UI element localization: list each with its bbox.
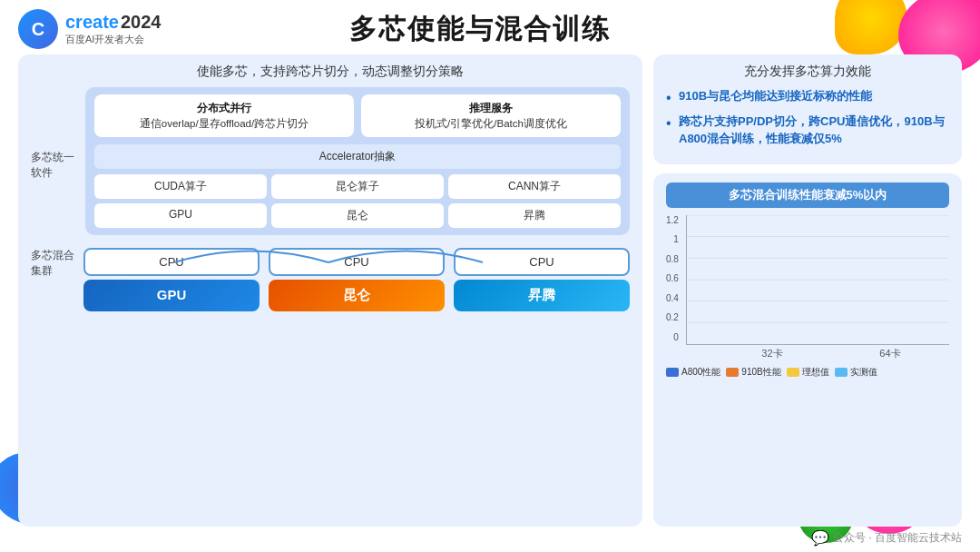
cluster-wrapper: 多芯混合集群 CPU CPU	[31, 248, 630, 311]
gpu-box-1: 昆仑	[269, 280, 445, 311]
left-panel-title: 使能多芯，支持跨芯片切分，动态调整切分策略	[31, 64, 630, 80]
compute-cell-0: CUDA算子	[94, 174, 267, 199]
logo-year: 2024	[121, 12, 162, 33]
inference-detail: 投机式/引擎优化/Batch调度优化	[370, 116, 612, 132]
x-label-64: 64卡	[879, 347, 900, 360]
logo-circle: C	[18, 9, 58, 49]
logo-text-area: create 2024 百度AI开发者大会	[65, 12, 161, 46]
legend-color-910b	[726, 368, 739, 377]
bullet-1-text: 跨芯片支持PP/DP切分，跨CPU通信优化，910B与A800混合训练，性能衰减…	[679, 114, 945, 146]
bars-wrapper: 32卡 64卡	[686, 215, 949, 360]
legend-ideal: 理想值	[787, 366, 829, 379]
bullet-0: 910B与昆仑均能达到接近标称的性能	[666, 87, 949, 105]
legend-actual: 实测值	[835, 366, 877, 379]
bullet-1: 跨芯片支持PP/DP切分，跨CPU通信优化，910B与A800混合训练，性能衰减…	[666, 113, 949, 148]
distributed-detail: 通信overlap/显存offload/跨芯片切分	[103, 116, 345, 132]
chart-section: 多芯混合训练性能衰减5%以内 1.2 1 0.8 0.6 0.4 0.2 0	[653, 173, 962, 527]
cpu-box-2: CPU	[454, 248, 630, 276]
legend-label-ideal: 理想值	[802, 366, 829, 379]
right-top-title: 充分发挥多芯算力效能	[666, 64, 949, 80]
accelerator-row: Accelerator抽象	[94, 144, 621, 169]
x-label-32: 32卡	[761, 347, 782, 360]
chart-container: 1.2 1 0.8 0.6 0.4 0.2 0	[666, 215, 949, 360]
watermark-text: 公众号 · 百度智能云技术站	[833, 530, 962, 546]
legend-a800: A800性能	[666, 366, 720, 379]
logo-letter: C	[32, 19, 44, 40]
right-panel: 充分发挥多芯算力效能 910B与昆仑均能达到接近标称的性能 跨芯片支持PP/DP…	[653, 54, 962, 527]
page-container: C create 2024 百度AI开发者大会 多芯使能与混合训练 使能多芯，支…	[0, 0, 980, 552]
compute-cell-1: 昆仑算子	[271, 174, 444, 199]
inference-box: 推理服务 投机式/引擎优化/Batch调度优化	[361, 94, 621, 137]
watermark: 💬 公众号 · 百度智能云技术站	[811, 529, 962, 547]
cpu-box-1: CPU	[269, 248, 445, 276]
software-sections: 多芯统一软件 分布式并行 通信overlap/显存offload/跨芯片切分 推…	[31, 87, 630, 242]
grid-svg	[687, 215, 949, 344]
bars-area	[686, 215, 949, 345]
main-content: 使能多芯，支持跨芯片切分，动态调整切分策略 多芯统一软件 分布式并行 通信ove…	[18, 54, 962, 527]
legend-color-a800	[666, 368, 679, 377]
bullet-0-text: 910B与昆仑均能达到接近标称的性能	[679, 89, 872, 103]
legend-color-actual	[835, 368, 848, 377]
distributed-box: 分布式并行 通信overlap/显存offload/跨芯片切分	[94, 94, 354, 137]
distributed-title: 分布式并行	[103, 100, 345, 116]
page-title: 多芯使能与混合训练	[161, 11, 799, 48]
wechat-icon: 💬	[811, 529, 829, 547]
x-axis: 32卡 64卡	[686, 347, 949, 360]
bullet-list: 910B与昆仑均能达到接近标称的性能 跨芯片支持PP/DP切分，跨CPU通信优化…	[666, 87, 949, 148]
gpu-box-2: 昇腾	[454, 280, 630, 311]
legend-color-ideal	[787, 368, 799, 377]
right-top: 充分发挥多芯算力效能 910B与昆仑均能达到接近标称的性能 跨芯片支持PP/DP…	[653, 54, 962, 164]
compute-cell-5: 昇腾	[448, 203, 621, 228]
chart-legend: A800性能 910B性能 理想值 实测值	[666, 366, 949, 379]
cluster-inner: CPU CPU CPU GPU 昆仑 昇腾	[83, 248, 630, 311]
compute-cell-4: 昆仑	[271, 203, 444, 228]
left-panel: 使能多芯，支持跨芯片切分，动态调整切分策略 多芯统一软件 分布式并行 通信ove…	[18, 54, 642, 527]
legend-label-910b: 910B性能	[741, 366, 780, 379]
cpu-box-0: CPU	[83, 248, 260, 276]
software-content: 分布式并行 通信overlap/显存offload/跨芯片切分 推理服务 投机式…	[85, 87, 630, 242]
header: C create 2024 百度AI开发者大会 多芯使能与混合训练	[18, 9, 962, 49]
inference-title: 推理服务	[370, 100, 612, 116]
y-axis: 1.2 1 0.8 0.6 0.4 0.2 0	[666, 215, 682, 360]
cpu-row: CPU CPU CPU	[83, 248, 630, 276]
compute-cell-2: CANN算子	[448, 174, 621, 199]
grid-lines	[687, 215, 949, 344]
compute-cell-3: GPU	[94, 203, 267, 228]
chart-title: 多芯混合训练性能衰减5%以内	[666, 182, 949, 208]
software-section: 分布式并行 通信overlap/显存offload/跨芯片切分 推理服务 投机式…	[85, 87, 630, 235]
cpu-connection-area: CPU CPU CPU	[83, 248, 630, 276]
gpu-box-0: GPU	[83, 280, 260, 311]
logo-create: create	[65, 12, 119, 33]
software-label: 多芯统一软件	[31, 87, 76, 242]
cluster-label: 多芯混合集群	[31, 248, 76, 279]
gpu-row: GPU 昆仑 昇腾	[83, 280, 630, 311]
legend-910b: 910B性能	[726, 366, 780, 379]
legend-label-actual: 实测值	[850, 366, 877, 379]
top-row: 分布式并行 通信overlap/显存offload/跨芯片切分 推理服务 投机式…	[94, 94, 621, 137]
logo-subtitle: 百度AI开发者大会	[65, 33, 161, 46]
logo-area: C create 2024 百度AI开发者大会	[18, 9, 161, 49]
legend-label-a800: A800性能	[681, 366, 720, 379]
compute-grid: CUDA算子 昆仑算子 CANN算子 GPU 昆仑 昇腾	[94, 174, 621, 228]
